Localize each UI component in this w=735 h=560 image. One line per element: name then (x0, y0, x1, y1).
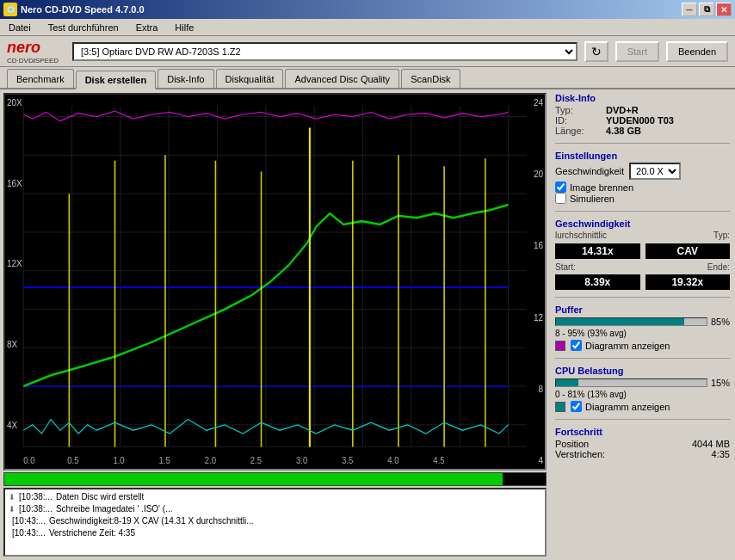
geschwindigkeit-label: Geschwindigkeit (555, 166, 624, 176)
einstellungen-section: Einstellungen Geschwindigkeit 20.0 X Ima… (555, 151, 730, 204)
image-brennen-label: Image brennen (570, 182, 633, 193)
tab-disk-erstellen[interactable]: Disk erstellen (76, 71, 157, 89)
cpu-bar (555, 378, 707, 387)
cpu-section: CPU Belastung 15% 0 - 81% (13% avg) Diag… (555, 366, 730, 412)
puffer-diagramm-row: Diagramm anzeigen (555, 340, 730, 351)
tab-scandisk[interactable]: ScanDisk (401, 69, 460, 88)
speed-select[interactable]: 20.0 X (629, 163, 681, 180)
position-label: Position (555, 439, 589, 449)
log-time: [10:43:... (12, 527, 46, 539)
log-entry: [10:43:... Geschwindigkeit:8-19 X CAV (1… (9, 515, 541, 527)
burn-progress-fill (4, 473, 503, 485)
menu-extra[interactable]: Extra (131, 21, 164, 34)
position-value: 4044 MB (692, 439, 730, 449)
disk-laenge-value: 4.38 GB (606, 126, 641, 136)
log-arrow: ⬇ (9, 491, 15, 503)
burn-progress-bar (3, 472, 547, 486)
log-text: Schreibe Imagedatei ' .ISO' (... (56, 503, 173, 515)
main-content: 20X 16X 12X 8X 4X 24 20 16 12 8 4 (0, 89, 735, 560)
simulieren-label: Simulieren (570, 194, 615, 204)
svg-text:3.0: 3.0 (296, 454, 307, 465)
drive-select[interactable]: [3:5] Optiarc DVD RW AD-7203S 1.Z2 (72, 42, 578, 61)
image-brennen-checkbox[interactable] (555, 182, 566, 193)
fortschritt-section: Fortschritt Position 4044 MB Verstrichen… (555, 427, 730, 459)
menu-datei[interactable]: Datei (3, 21, 36, 34)
beenden-button[interactable]: Beenden (666, 41, 728, 62)
log-entry: [10:43:... Verstrichene Zeit: 4:35 (9, 527, 541, 539)
right-panel: Disk-Info Typ: DVD+R ID: YUDEN000 T03 Lä… (550, 89, 735, 560)
start-button[interactable]: Start (615, 41, 659, 62)
disk-typ-value: DVD+R (606, 105, 639, 115)
menu-test[interactable]: Test durchführen (43, 21, 124, 34)
puffer-bar (555, 317, 707, 326)
position-row: Position 4044 MB (555, 439, 730, 449)
speed-type-value: CAV (645, 243, 731, 259)
separator (555, 297, 730, 298)
log-time: [10:38:... (19, 503, 52, 515)
cpu-bar-fill (556, 379, 578, 386)
svg-text:4.5: 4.5 (433, 454, 444, 465)
fortschritt-title: Fortschritt (555, 427, 730, 437)
disk-info-title: Disk-Info (555, 93, 730, 103)
titlebar-buttons[interactable]: ─ ⧉ ✕ (682, 3, 732, 16)
speed-setting-row: Geschwindigkeit 20.0 X (555, 163, 730, 180)
puffer-title: Puffer (555, 305, 730, 315)
log-time: [10:38:... (19, 491, 52, 503)
minimize-button[interactable]: ─ (682, 3, 697, 16)
puffer-diagramm-checkbox[interactable] (571, 340, 582, 351)
disk-id-label: ID: (555, 115, 602, 126)
menu-hilfe[interactable]: Hilfe (170, 21, 199, 34)
puffer-diagramm-label: Diagramm anzeigen (585, 341, 670, 351)
svg-text:0.5: 0.5 (67, 454, 78, 465)
separator (555, 211, 730, 212)
refresh-button[interactable]: ↻ (584, 41, 608, 62)
chart-svg: 0.0 0.5 1.0 1.5 2.0 2.5 3.0 3.5 4.0 4.5 (5, 95, 545, 469)
einstellungen-title: Einstellungen (555, 151, 730, 161)
disk-laenge-label: Länge: (555, 126, 602, 136)
verstrichene-label: Verstrichen: (555, 449, 605, 459)
simulieren-checkbox[interactable] (555, 193, 566, 204)
log-text: Verstrichene Zeit: 4:35 (49, 527, 135, 539)
log-area: ⬇ [10:38:... Daten Disc wird erstellt ⬇ … (3, 488, 547, 557)
cpu-info: 0 - 81% (13% avg) (555, 390, 730, 399)
separator (555, 419, 730, 420)
tab-advanced-disc-quality[interactable]: Advanced Disc Quality (285, 69, 399, 88)
tab-diskqualitat[interactable]: Diskqualität (216, 69, 284, 88)
verstrichene-value: 4:35 (712, 449, 730, 459)
svg-text:0.0: 0.0 (23, 454, 34, 465)
ende-speed-value: 19.32x (645, 274, 731, 290)
puffer-section: Puffer 85% 8 - 95% (93% avg) Diagramm an… (555, 305, 730, 351)
simulieren-row: Simulieren (555, 193, 730, 204)
restore-button[interactable]: ⧉ (699, 3, 714, 16)
cpu-percent: 15% (711, 378, 730, 388)
disk-typ-label: Typ: (555, 105, 602, 115)
chart-container: 20X 16X 12X 8X 4X 24 20 16 12 8 4 (3, 93, 547, 471)
tab-disk-info[interactable]: Disk-Info (158, 69, 213, 88)
titlebar-left: 💿 Nero CD-DVD Speed 4.7.0.0 (3, 3, 145, 16)
disk-id-row: ID: YUDEN000 T03 (555, 115, 730, 126)
geschwindigkeit-section: Geschwindigkeit lurchschnittlic Typ: 14.… (555, 218, 730, 290)
verstrichene-row: Verstrichen: 4:35 (555, 449, 730, 459)
svg-text:4.0: 4.0 (387, 454, 398, 465)
puffer-percent: 85% (711, 317, 730, 327)
toolbar: nero CD·DVD/SPEED [3:5] Optiarc DVD RW A… (0, 36, 735, 67)
cpu-title: CPU Belastung (555, 366, 730, 376)
cpu-diagramm-checkbox[interactable] (571, 401, 582, 412)
tab-benchmark[interactable]: Benchmark (7, 69, 74, 88)
nero-sub-logo: CD·DVD/SPEED (7, 57, 59, 65)
disk-laenge-row: Länge: 4.38 GB (555, 126, 730, 136)
geschwindigkeit-title: Geschwindigkeit (555, 218, 730, 229)
menubar: Datei Test durchführen Extra Hilfe (0, 19, 735, 36)
app-title: Nero CD-DVD Speed 4.7.0.0 (21, 4, 145, 15)
svg-text:3.5: 3.5 (342, 454, 353, 465)
image-brennen-row: Image brennen (555, 182, 730, 193)
log-entry: ⬇ [10:38:... Schreibe Imagedatei ' .ISO'… (9, 503, 541, 515)
separator (555, 143, 730, 144)
log-text: Geschwindigkeit:8-19 X CAV (14.31 X durc… (49, 515, 254, 527)
ende-label: Ende: (707, 262, 730, 272)
close-button[interactable]: ✕ (716, 3, 732, 16)
durchschnitt-label: lurchschnittlic (555, 231, 607, 240)
titlebar: 💿 Nero CD-DVD Speed 4.7.0.0 ─ ⧉ ✕ (0, 0, 735, 19)
puffer-bar-fill (556, 318, 684, 325)
disk-typ-row: Typ: DVD+R (555, 105, 730, 115)
